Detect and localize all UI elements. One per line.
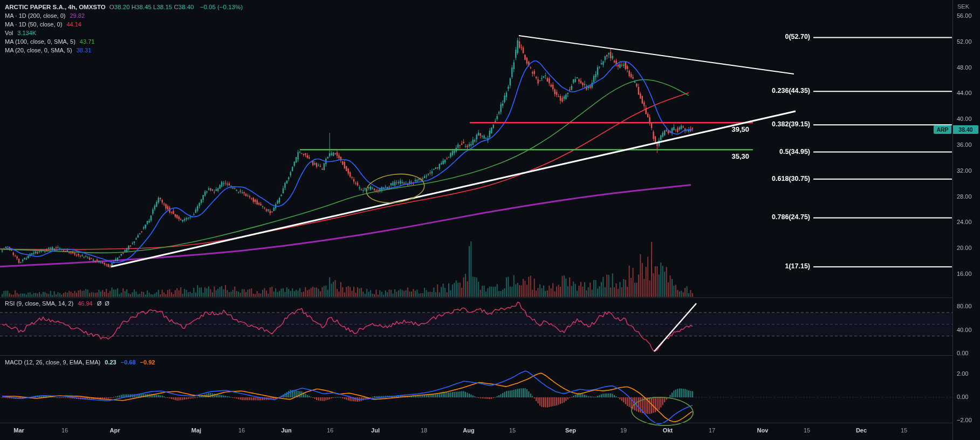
rsi-hidden-values: Ø Ø [97, 300, 109, 307]
indicator-legend-row[interactable]: MA (100, close, 0, SMA, 5)43.71 [5, 37, 243, 46]
pane-divider-macd[interactable] [0, 355, 952, 356]
time-axis-label: Maj [191, 427, 201, 434]
pane-divider-rsi[interactable] [0, 297, 952, 298]
fib-level-label[interactable]: 1(17.15) [785, 263, 810, 270]
time-axis-label: Nov [757, 427, 769, 434]
time-axis-label: 18 [421, 427, 427, 434]
fib-level-label[interactable]: 0.786(24.75) [772, 214, 810, 221]
time-axis-label: 15 [804, 427, 810, 434]
price-axis-label: 20.00 [957, 245, 972, 251]
indicator-label: MA (20, close, 0, SMA, 5) [5, 47, 72, 53]
main-legend: ARCTIC PAPER S.A., 4h, OMXSTO O38.20 H38… [5, 3, 243, 55]
time-axis-border [0, 423, 952, 423]
price-axis-label: 52.00 [957, 38, 972, 45]
ohlc-pair: C38.40 [174, 4, 195, 10]
price-axis-label: 56.00 [957, 12, 972, 19]
indicator-value: 38.31 [77, 47, 92, 53]
time-axis-label: Apr [110, 427, 120, 434]
fib-level-label[interactable]: 0.382(39.15) [772, 121, 810, 128]
time-axis-label: Jun [281, 427, 292, 434]
ohlc-values: O38.20 H38.45 L38.15 C38.40 [109, 4, 196, 10]
macd-axis-label: −2.00 [957, 417, 972, 423]
rsi-legend-row[interactable]: RSI (9, close, SMA, 14, 2) 46.94 Ø Ø [5, 300, 109, 307]
price-axis-label: 24.00 [957, 219, 972, 225]
indicator-label: Vol [5, 30, 13, 36]
trading-chart-window: ARCTIC PAPER S.A., 4h, OMXSTO O38.20 H38… [0, 0, 980, 440]
indicator-value: 29.82 [70, 12, 85, 19]
indicator-legend-row[interactable]: MA (20, close, 0, SMA, 5)38.31 [5, 46, 243, 55]
ohlc-pair: O38.20 [109, 4, 132, 10]
symbol-legend-row[interactable]: ARCTIC PAPER S.A., 4h, OMXSTO O38.20 H38… [5, 3, 243, 11]
rsi-value: 46.94 [78, 300, 93, 307]
time-axis-label: Sep [565, 427, 576, 434]
macd-hist-value: 0.23 [105, 359, 116, 365]
price-axis-label: 40.00 [957, 116, 972, 122]
symbol-axis-badge: ARP [934, 125, 951, 134]
time-axis-label: 19 [620, 427, 627, 434]
time-axis-label: 16 [327, 427, 333, 434]
price-axis-border [952, 0, 953, 440]
fib-level-label[interactable]: 0.618(30.75) [772, 175, 810, 182]
rsi-axis-label: 80.00 [957, 303, 972, 309]
price-axis-label: 48.00 [957, 64, 972, 71]
indicator-label: MA · 1D (200, close, 0) [5, 12, 66, 19]
indicator-legend-rows: MA · 1D (200, close, 0)29.82MA · 1D (50,… [5, 11, 243, 55]
macd-axis-label: 2.00 [957, 370, 968, 377]
time-axis-label: 15 [901, 427, 907, 434]
indicator-value: 44.14 [66, 21, 81, 28]
change-value: −0.05 (−0.13%) [200, 4, 243, 10]
indicator-value: 3.134K [17, 30, 36, 36]
last-price-badge: 38.40 [953, 125, 978, 134]
time-axis-label: 16 [238, 427, 245, 434]
price-axis-label: 32.00 [957, 167, 972, 174]
price-level-label[interactable]: 35,30 [731, 152, 749, 160]
time-axis-label: Jul [371, 427, 380, 434]
time-axis-label: Dec [856, 427, 867, 434]
price-axis-label: 28.00 [957, 193, 972, 200]
indicator-legend-row[interactable]: MA · 1D (200, close, 0)29.82 [5, 11, 243, 20]
time-axis-label: 16 [61, 427, 68, 434]
currency-label: SEK [957, 3, 969, 10]
time-axis-label: 15 [509, 427, 516, 434]
rsi-label: RSI (9, close, SMA, 14, 2) [5, 300, 73, 307]
macd-label: MACD (12, 26, close, 9, EMA, EMA) [5, 359, 100, 365]
symbol-title: ARCTIC PAPER S.A., 4h, OMXSTO [5, 4, 106, 10]
time-axis-label: 17 [709, 427, 715, 434]
price-axis-label: 44.00 [957, 90, 972, 96]
rsi-axis-label: 40.00 [957, 327, 972, 333]
indicator-legend-row[interactable]: Vol3.134K [5, 29, 243, 37]
time-axis-label: Aug [463, 427, 474, 434]
ohlc-pair: L38.15 [153, 4, 174, 10]
price-axis-label: 16.00 [957, 270, 972, 277]
rsi-axis-label: 0.00 [957, 350, 968, 356]
indicator-label: MA (100, close, 0, SMA, 5) [5, 38, 76, 45]
fib-level-label[interactable]: 0(52.70) [785, 33, 810, 41]
indicator-label: MA · 1D (50, close, 0) [5, 21, 62, 28]
fib-level-label[interactable]: 0.5(34.95) [779, 148, 810, 155]
macd-line-value: −0.68 [121, 359, 136, 365]
price-level-label[interactable]: 39,50 [731, 125, 749, 133]
macd-axis-label: 0.00 [957, 394, 968, 400]
indicator-legend-row[interactable]: MA · 1D (50, close, 0)44.14 [5, 20, 243, 29]
ohlc-pair: H38.45 [132, 4, 153, 10]
indicator-value: 43.71 [80, 38, 95, 45]
price-axis-label: 36.00 [957, 141, 972, 148]
time-axis-label: Okt [663, 427, 673, 434]
chart-canvas[interactable] [0, 0, 980, 440]
macd-legend-row[interactable]: MACD (12, 26, close, 9, EMA, EMA) 0.23 −… [5, 359, 155, 365]
macd-signal-value: −0.92 [140, 359, 155, 365]
time-axis-label: Mar [13, 427, 24, 434]
fib-level-label[interactable]: 0.236(44.35) [772, 87, 810, 95]
